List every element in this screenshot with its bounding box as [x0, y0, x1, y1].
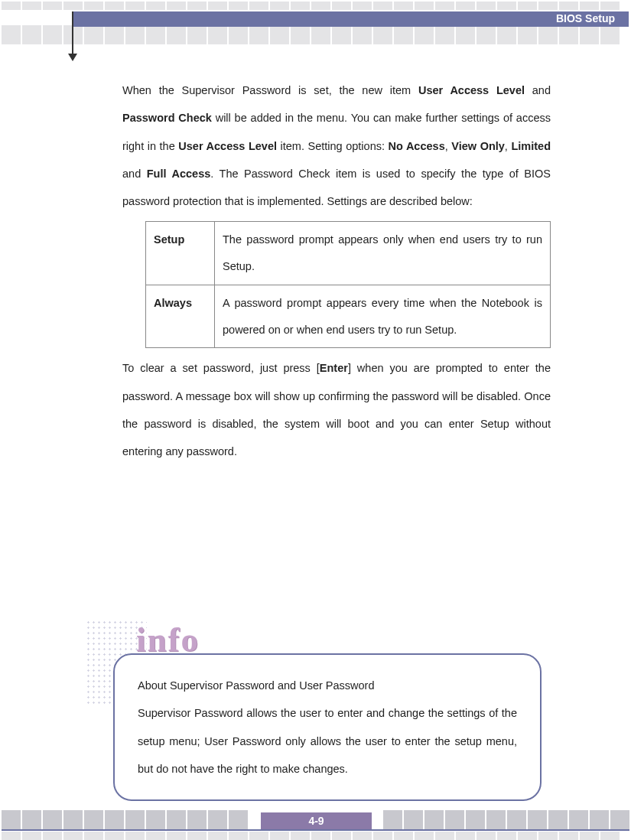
table-cell-desc: The password prompt appears only when en…	[215, 222, 551, 285]
arrow-down-icon	[68, 54, 77, 61]
table-row: Setup The password prompt appears only w…	[146, 222, 551, 285]
header-bar: BIOS Setup	[73, 11, 629, 25]
decorative-squares-top-2	[2, 25, 620, 44]
decorative-squares-bottom-2	[2, 832, 620, 840]
table-cell-desc: A password prompt appears every time whe…	[215, 285, 551, 348]
table-cell-label: Always	[146, 285, 215, 348]
decorative-squares-bottom-right	[383, 810, 629, 829]
main-content: When the Supervisor Password is set, the…	[122, 77, 551, 465]
info-box-container: info About Supervisor Password and User …	[113, 620, 542, 801]
header-title: BIOS Setup	[556, 12, 615, 24]
password-check-table: Setup The password prompt appears only w…	[145, 221, 551, 348]
paragraph-1: When the Supervisor Password is set, the…	[122, 77, 551, 215]
decorative-squares-bottom-left	[2, 810, 248, 829]
table-row: Always A password prompt appears every t…	[146, 285, 551, 348]
margin-vertical-line	[72, 11, 73, 57]
info-box: About Supervisor Password and User Passw…	[113, 653, 542, 801]
decorative-squares-top-1	[2, 2, 620, 10]
page-number: 4-9	[261, 812, 372, 829]
info-text: Supervisor Password allows the user to e…	[138, 699, 517, 783]
header-underline	[73, 25, 629, 27]
info-title: About Supervisor Password and User Passw…	[138, 672, 517, 699]
table-cell-label: Setup	[146, 222, 215, 285]
footer-line	[2, 829, 629, 831]
paragraph-2: To clear a set password, just press [Ent…	[122, 354, 551, 465]
